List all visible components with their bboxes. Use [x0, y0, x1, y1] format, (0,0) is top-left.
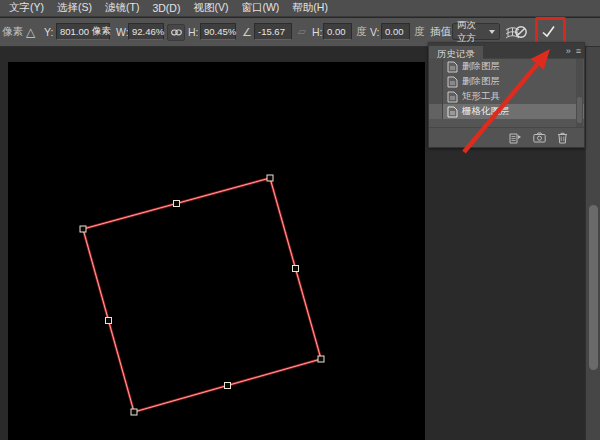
v-skew-field[interactable]: 0.00 — [381, 23, 410, 40]
chevron-down-icon — [489, 30, 495, 34]
link-dimensions-icon[interactable] — [167, 24, 185, 41]
y-unit: 像素 — [92, 25, 111, 38]
history-source-well[interactable] — [429, 89, 443, 104]
height-value: 90.45% — [204, 26, 236, 37]
width-value: 92.46% — [132, 26, 164, 37]
history-label: 矩形工具 — [462, 90, 500, 103]
history-state-icon — [447, 61, 459, 73]
height-field[interactable]: 90.45% — [200, 23, 236, 40]
history-label: 栅格化图层 — [462, 105, 510, 118]
rotate-angle-icon: ∠ — [242, 27, 252, 38]
h-skew-value: 0.00 — [327, 26, 346, 37]
history-row[interactable]: 矩形工具 — [429, 89, 584, 104]
history-row-selected[interactable]: 栅格化图层 — [429, 104, 584, 119]
history-source-well[interactable] — [429, 104, 443, 119]
history-list: 删除图层 删除图层 矩形工具 栅格化图层 — [429, 59, 584, 119]
h-skew-field[interactable]: 0.00 — [323, 23, 352, 40]
history-row[interactable]: 删除图层 — [429, 74, 584, 89]
history-state-icon — [447, 91, 459, 103]
height-label: H: — [188, 26, 199, 38]
photoshop-window: 文字(Y) 选择(S) 滤镜(T) 3D(D) 视图(V) 窗口(W) 帮助(H… — [0, 0, 600, 440]
skew-icon: ▱ — [298, 27, 306, 37]
rotation-field[interactable]: -15.67 — [254, 23, 292, 40]
history-source-well[interactable] — [429, 74, 443, 89]
width-field[interactable]: 92.46% — [128, 23, 164, 40]
interpolation-value: 两次立方 — [457, 19, 485, 45]
h-skew-unit: 度 — [356, 25, 367, 39]
history-label: 删除图层 — [462, 60, 500, 73]
h-skew-label: H: — [312, 26, 323, 38]
panel-menu-icon[interactable]: ≡ — [576, 46, 581, 56]
v-skew-label: V: — [370, 26, 380, 38]
menu-type[interactable]: 文字(Y) — [9, 1, 44, 15]
history-scrollbar-thumb[interactable] — [577, 97, 582, 123]
v-skew-unit: 度 — [414, 25, 425, 39]
width-label: W: — [116, 26, 129, 38]
y-value: 801.00 — [60, 26, 89, 37]
history-label: 删除图层 — [462, 75, 500, 88]
commit-transform-icon[interactable] — [541, 24, 556, 43]
menu-window[interactable]: 窗口(W) — [241, 1, 279, 15]
history-source-well[interactable] — [429, 59, 443, 74]
rotation-value: -15.67 — [258, 26, 285, 37]
history-panel: 历史记录 » ≡ 删除图层 删除图层 — [428, 42, 585, 148]
panel-collapse-icon[interactable]: » — [566, 46, 571, 56]
menu-select[interactable]: 选择(S) — [57, 1, 92, 15]
canvas[interactable] — [8, 62, 425, 440]
new-snapshot-camera-icon[interactable] — [533, 132, 546, 143]
trash-icon[interactable] — [557, 132, 568, 144]
history-panel-footer — [429, 127, 584, 147]
interpolation-dropdown[interactable]: 两次立方 — [452, 23, 500, 40]
relative-position-icon[interactable]: △ — [26, 26, 35, 38]
cancel-transform-icon[interactable] — [514, 25, 528, 43]
menu-3d[interactable]: 3D(D) — [152, 2, 180, 14]
history-state-icon — [447, 76, 459, 88]
vertical-scrollbar[interactable] — [585, 47, 600, 440]
y-position-field[interactable]: 801.00 像素 — [56, 23, 110, 40]
new-document-from-state-icon[interactable] — [509, 132, 522, 144]
menu-filter[interactable]: 滤镜(T) — [105, 1, 139, 15]
history-panel-header: 历史记录 » ≡ — [429, 43, 584, 59]
menu-view[interactable]: 视图(V) — [193, 1, 228, 15]
history-row[interactable]: 删除图层 — [429, 59, 584, 74]
interpolation-label: 插值: — [430, 25, 454, 39]
x-unit-label: 像素 — [2, 25, 23, 39]
menu-bar: 文字(Y) 选择(S) 滤镜(T) 3D(D) 视图(V) 窗口(W) 帮助(H… — [0, 0, 600, 17]
v-skew-value: 0.00 — [385, 26, 404, 37]
scrollbar-thumb[interactable] — [589, 205, 598, 370]
history-scrollbar[interactable] — [576, 59, 583, 129]
history-state-icon — [447, 106, 459, 118]
y-label: Y: — [44, 26, 53, 38]
menu-help[interactable]: 帮助(H) — [292, 1, 328, 15]
